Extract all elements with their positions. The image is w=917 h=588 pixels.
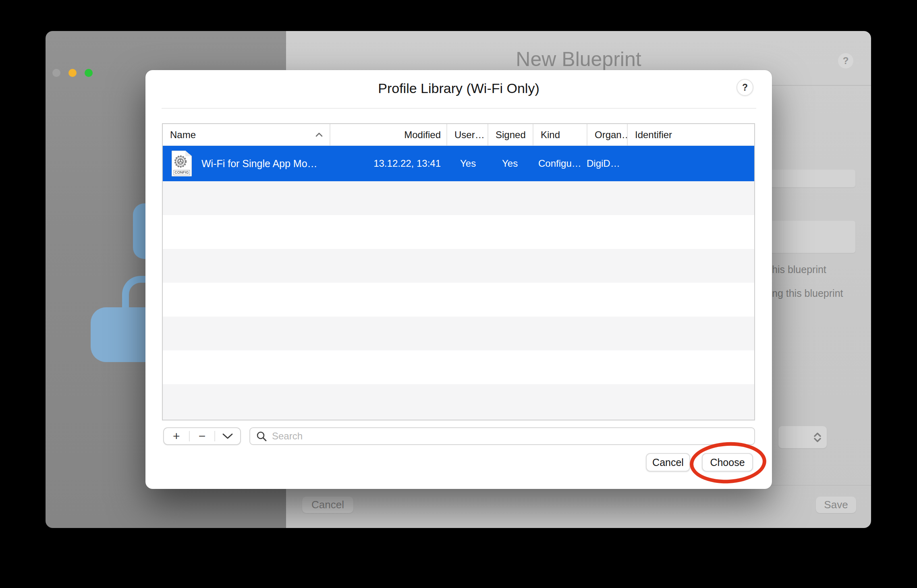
remove-button[interactable]: − bbox=[190, 428, 215, 444]
profile-name: Wi-Fi for Single App Mo… bbox=[201, 158, 317, 170]
table-header: Name Modified User… Signed Kind Organ… I… bbox=[163, 124, 754, 146]
table-row-empty bbox=[163, 350, 754, 384]
table-row-empty bbox=[163, 215, 754, 249]
column-header-modified[interactable]: Modified bbox=[330, 124, 446, 145]
kind-cell: Configu… bbox=[533, 158, 587, 169]
search-field-wrap bbox=[249, 427, 755, 445]
column-header-kind[interactable]: Kind bbox=[533, 124, 587, 145]
dialog-title: Profile Library (Wi-Fi Only) bbox=[145, 81, 772, 96]
page-title: New Blueprint bbox=[286, 48, 871, 71]
search-icon bbox=[256, 431, 267, 442]
background-save-button[interactable]: Save bbox=[816, 497, 856, 513]
column-header-signed[interactable]: Signed bbox=[488, 124, 533, 145]
question-mark-icon: ? bbox=[843, 55, 849, 66]
checkbox-label-partial: his blueprint bbox=[772, 264, 826, 275]
sort-ascending-icon bbox=[315, 132, 323, 138]
list-edit-controls: + − bbox=[163, 427, 241, 445]
profile-library-dialog: Profile Library (Wi-Fi Only) ? Name Modi… bbox=[145, 70, 772, 489]
help-button[interactable]: ? bbox=[737, 79, 753, 96]
background-cancel-button[interactable]: Cancel bbox=[302, 497, 353, 513]
header-divider bbox=[162, 108, 756, 109]
organization-cell: DigiD… bbox=[587, 158, 627, 169]
help-button-background[interactable]: ? bbox=[838, 53, 853, 68]
chevron-down-icon bbox=[222, 433, 234, 440]
config-profile-icon: CONFIG bbox=[172, 151, 192, 176]
table-row-empty bbox=[163, 249, 754, 283]
question-mark-icon: ? bbox=[742, 82, 748, 93]
signed-cell: Yes bbox=[488, 158, 533, 169]
search-input[interactable] bbox=[267, 428, 754, 444]
table-row-selected[interactable]: CONFIG Wi-Fi for Single App Mo… 13.12.22… bbox=[163, 146, 754, 181]
modified-cell: 13.12.22, 13:41 bbox=[330, 158, 446, 169]
table-row-empty bbox=[163, 283, 754, 317]
stepper-chevrons-icon bbox=[813, 431, 822, 443]
dropdown-select-partial[interactable] bbox=[778, 426, 827, 448]
table-row-empty bbox=[163, 317, 754, 350]
zoom-window-icon[interactable] bbox=[85, 69, 93, 77]
screenshot-canvas: { "background_window": { "title": "New B… bbox=[0, 0, 917, 588]
column-header-name[interactable]: Name bbox=[163, 124, 330, 145]
gear-icon bbox=[172, 154, 189, 170]
minimize-window-icon[interactable] bbox=[68, 69, 77, 77]
checkbox-label-partial: ng this blueprint bbox=[772, 288, 843, 299]
user-approved-cell: Yes bbox=[446, 158, 488, 169]
choose-button[interactable]: Choose bbox=[702, 453, 753, 472]
profiles-table: Name Modified User… Signed Kind Organ… I… bbox=[162, 123, 755, 420]
column-header-identifier[interactable]: Identifier bbox=[627, 124, 754, 145]
profile-name-cell: CONFIG Wi-Fi for Single App Mo… bbox=[163, 151, 330, 176]
cancel-button[interactable]: Cancel bbox=[646, 453, 690, 472]
close-window-icon[interactable] bbox=[52, 69, 60, 77]
table-row-empty bbox=[163, 384, 754, 420]
add-button[interactable]: + bbox=[164, 428, 189, 444]
config-badge: CONFIG bbox=[174, 170, 190, 175]
table-row-empty bbox=[163, 181, 754, 215]
more-actions-button[interactable] bbox=[215, 428, 240, 444]
column-header-user[interactable]: User… bbox=[446, 124, 488, 145]
column-header-organization[interactable]: Organ… bbox=[587, 124, 627, 145]
traffic-lights bbox=[52, 69, 93, 77]
